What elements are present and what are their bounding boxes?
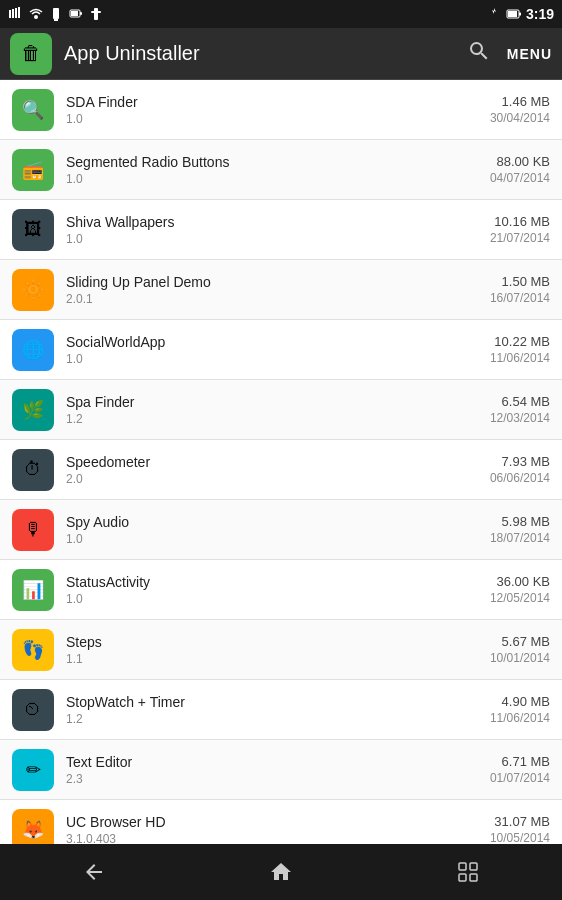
app-name: StopWatch + Timer xyxy=(66,694,490,710)
app-size: 1.50 MB xyxy=(490,274,550,289)
app-item[interactable]: 🖼 Shiva Wallpapers 1.0 10.16 MB 21/07/20… xyxy=(0,200,562,260)
svg-rect-9 xyxy=(71,11,78,16)
app-meta: 5.67 MB 10/01/2014 xyxy=(490,634,550,665)
app-name: StatusActivity xyxy=(66,574,490,590)
app-name: Text Editor xyxy=(66,754,490,770)
app-icon: 📻 xyxy=(12,149,54,191)
app-item[interactable]: 🎙 Spy Audio 1.0 5.98 MB 18/07/2014 xyxy=(0,500,562,560)
app-meta: 36.00 KB 12/05/2014 xyxy=(490,574,550,605)
app-icon: 🌐 xyxy=(12,329,54,371)
app-item[interactable]: ⏱ Speedometer 2.0 7.93 MB 06/06/2014 xyxy=(0,440,562,500)
app-version: 3.1.0.403 xyxy=(66,832,490,845)
app-date: 12/05/2014 xyxy=(490,591,550,605)
app-item[interactable]: 🌿 Spa Finder 1.2 6.54 MB 12/03/2014 xyxy=(0,380,562,440)
app-info: Spy Audio 1.0 xyxy=(66,514,490,546)
app-version: 2.0 xyxy=(66,472,490,486)
app-date: 10/05/2014 xyxy=(490,831,550,844)
app-version: 1.0 xyxy=(66,112,490,126)
app-icon: 🔆 xyxy=(12,269,54,311)
app-item[interactable]: 🔆 Sliding Up Panel Demo 2.0.1 1.50 MB 16… xyxy=(0,260,562,320)
app-version: 1.1 xyxy=(66,652,490,666)
app-name: Spa Finder xyxy=(66,394,490,410)
app-icon: ✏ xyxy=(12,749,54,791)
svg-rect-0 xyxy=(9,10,11,18)
app-item[interactable]: 📊 StatusActivity 1.0 36.00 KB 12/05/2014 xyxy=(0,560,562,620)
home-button[interactable] xyxy=(251,852,311,892)
app-item[interactable]: 🔍 SDA Finder 1.0 1.46 MB 30/04/2014 xyxy=(0,80,562,140)
app-name: Speedometer xyxy=(66,454,490,470)
app-meta: 5.98 MB 18/07/2014 xyxy=(490,514,550,545)
app-info: SDA Finder 1.0 xyxy=(66,94,490,126)
app-date: 10/01/2014 xyxy=(490,651,550,665)
status-bar: 3:19 xyxy=(0,0,562,28)
app-version: 1.0 xyxy=(66,352,490,366)
app-date: 12/03/2014 xyxy=(490,411,550,425)
app-size: 4.90 MB xyxy=(490,694,550,709)
app-name: SDA Finder xyxy=(66,94,490,110)
app-name: SocialWorldApp xyxy=(66,334,490,350)
app-icon: 🖼 xyxy=(12,209,54,251)
app-version: 1.0 xyxy=(66,592,490,606)
menu-button[interactable]: MENU xyxy=(507,46,552,62)
app-date: 01/07/2014 xyxy=(490,771,550,785)
app-version: 1.0 xyxy=(66,532,490,546)
status-icons-left xyxy=(8,6,104,22)
app-name: Shiva Wallpapers xyxy=(66,214,490,230)
svg-rect-18 xyxy=(470,874,477,881)
app-size: 5.98 MB xyxy=(490,514,550,529)
app-version: 1.2 xyxy=(66,712,490,726)
app-size: 7.93 MB xyxy=(490,454,550,469)
svg-rect-11 xyxy=(91,11,101,13)
app-icon: 🦊 xyxy=(12,809,54,845)
app-version: 1.0 xyxy=(66,172,490,186)
app-item[interactable]: 👣 Steps 1.1 5.67 MB 10/01/2014 xyxy=(0,620,562,680)
header-app-icon: 🗑 xyxy=(10,33,52,75)
app-meta: 1.46 MB 30/04/2014 xyxy=(490,94,550,125)
app-item[interactable]: ⏲ StopWatch + Timer 1.2 4.90 MB 11/06/20… xyxy=(0,680,562,740)
app-icon: ⏱ xyxy=(12,449,54,491)
app-meta: 1.50 MB 16/07/2014 xyxy=(490,274,550,305)
svg-rect-1 xyxy=(12,9,14,18)
app-meta: 7.93 MB 06/06/2014 xyxy=(490,454,550,485)
app-meta: 31.07 MB 10/05/2014 xyxy=(490,814,550,844)
app-icon: 🔍 xyxy=(12,89,54,131)
back-button[interactable] xyxy=(64,852,124,892)
app-meta: 6.71 MB 01/07/2014 xyxy=(490,754,550,785)
app-name: Spy Audio xyxy=(66,514,490,530)
app-list: 🔍 SDA Finder 1.0 1.46 MB 30/04/2014 📻 Se… xyxy=(0,80,562,844)
app-version: 2.0.1 xyxy=(66,292,490,306)
svg-rect-10 xyxy=(94,8,98,20)
app-size: 6.54 MB xyxy=(490,394,550,409)
app-item[interactable]: 📻 Segmented Radio Buttons 1.0 88.00 KB 0… xyxy=(0,140,562,200)
app-size: 1.46 MB xyxy=(490,94,550,109)
svg-rect-15 xyxy=(459,863,466,870)
app-icon: 🌿 xyxy=(12,389,54,431)
app-info: StatusActivity 1.0 xyxy=(66,574,490,606)
app-name: Segmented Radio Buttons xyxy=(66,154,490,170)
app-name: Steps xyxy=(66,634,490,650)
app-meta: 10.16 MB 21/07/2014 xyxy=(490,214,550,245)
search-button[interactable] xyxy=(467,39,491,69)
app-icon: 👣 xyxy=(12,629,54,671)
app-date: 30/04/2014 xyxy=(490,111,550,125)
app-date: 16/07/2014 xyxy=(490,291,550,305)
app-size: 31.07 MB xyxy=(490,814,550,829)
app-version: 1.2 xyxy=(66,412,490,426)
app-item[interactable]: ✏ Text Editor 2.3 6.71 MB 01/07/2014 xyxy=(0,740,562,800)
app-item[interactable]: 🦊 UC Browser HD 3.1.0.403 31.07 MB 10/05… xyxy=(0,800,562,844)
app-size: 6.71 MB xyxy=(490,754,550,769)
status-icons-right: 3:19 xyxy=(486,6,554,22)
navigation-bar xyxy=(0,844,562,900)
svg-rect-2 xyxy=(15,8,17,18)
app-size: 10.16 MB xyxy=(490,214,550,229)
svg-rect-14 xyxy=(508,11,517,17)
app-item[interactable]: 🌐 SocialWorldApp 1.0 10.22 MB 11/06/2014 xyxy=(0,320,562,380)
app-date: 11/06/2014 xyxy=(490,711,550,725)
app-size: 36.00 KB xyxy=(490,574,550,589)
recents-button[interactable] xyxy=(438,852,498,892)
app-size: 10.22 MB xyxy=(490,334,550,349)
svg-rect-13 xyxy=(519,13,521,16)
app-info: Segmented Radio Buttons 1.0 xyxy=(66,154,490,186)
svg-rect-16 xyxy=(470,863,477,870)
app-size: 88.00 KB xyxy=(490,154,550,169)
